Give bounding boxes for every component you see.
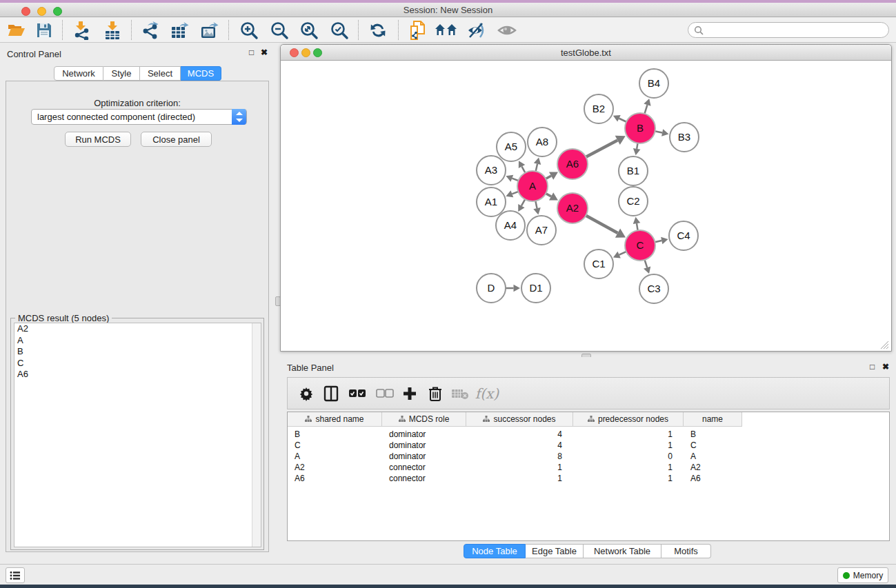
table-cell[interactable]: connector: [389, 473, 466, 484]
show-panels-button[interactable]: [6, 567, 25, 583]
table-cell[interactable]: C: [690, 440, 742, 451]
delete-table-button-disabled: [448, 382, 472, 405]
node-label-A6: A6: [566, 158, 579, 170]
copy-style-button[interactable]: [405, 19, 431, 41]
tab-select[interactable]: Select: [140, 66, 181, 81]
hierarchy-icon: [588, 416, 595, 423]
table-settings-button[interactable]: [295, 382, 318, 405]
first-neighbors-icon: [435, 22, 458, 39]
table-cell[interactable]: 0: [573, 451, 673, 462]
show-columns-button[interactable]: [319, 382, 343, 405]
close-panel-icon[interactable]: ✖: [261, 48, 268, 57]
optimization-criterion-dropdown[interactable]: largest connected component (directed): [31, 109, 247, 125]
mcds-result-groupbox: MCDS result (5 nodes) A2ABCA6: [10, 318, 264, 550]
save-session-button[interactable]: [31, 19, 57, 41]
table-cell[interactable]: 1: [466, 462, 562, 473]
column-header-shared-name[interactable]: shared name: [288, 412, 382, 427]
zoom-fit-button[interactable]: [296, 19, 322, 41]
mcds-tab-content: Optimization criterion: largest connecte…: [6, 81, 269, 552]
columns-icon: [323, 385, 339, 402]
select-all-button[interactable]: [346, 382, 369, 405]
open-file-button[interactable]: [3, 19, 29, 41]
toolbar-separator: [358, 20, 359, 40]
memory-label: Memory: [853, 571, 883, 580]
control-panel: Control Panel □ ✖ NetworkStyleSelectMCDS…: [0, 43, 275, 564]
add-column-button[interactable]: [398, 382, 421, 405]
import-network-button[interactable]: [69, 19, 95, 41]
table-cell[interactable]: 1: [573, 473, 673, 484]
table-cell[interactable]: dominator: [389, 440, 466, 451]
network-canvas[interactable]: AA1A2A3A4A5A6A7A8BB1B2B3B4CC1C2C3C4DD1: [281, 61, 890, 351]
toolbar-separator: [131, 20, 132, 40]
result-item[interactable]: A6: [14, 369, 261, 381]
table-cell[interactable]: 1: [573, 462, 673, 473]
search-input[interactable]: [688, 22, 889, 38]
arrowhead-icon: [661, 129, 668, 136]
table-cell[interactable]: 8: [466, 451, 562, 462]
column-header-predecessor-nodes[interactable]: predecessor nodes: [573, 412, 684, 427]
refresh-button[interactable]: [365, 19, 391, 41]
delete-column-button[interactable]: [424, 382, 447, 405]
tab-node-table[interactable]: Node Table: [464, 544, 526, 558]
table-cell[interactable]: 1: [466, 473, 562, 484]
table-cell[interactable]: dominator: [389, 429, 466, 440]
result-list-scrollbar[interactable]: [252, 323, 261, 547]
table-cell[interactable]: B: [295, 429, 382, 440]
table-cell[interactable]: A2: [690, 462, 742, 473]
network-graph[interactable]: AA1A2A3A4A5A6A7A8BB1B2B3B4CC1C2C3C4DD1: [281, 61, 890, 351]
tab-edge-table[interactable]: Edge Table: [526, 544, 584, 558]
first-neighbors-button[interactable]: [433, 19, 459, 41]
refresh-icon: [368, 21, 388, 40]
column-header-MCDS-role[interactable]: MCDS role: [382, 412, 466, 427]
import-table-button[interactable]: [99, 19, 126, 41]
table-cell[interactable]: A: [295, 451, 382, 462]
table-cell[interactable]: 1: [573, 429, 673, 440]
table-cell[interactable]: 4: [466, 440, 562, 451]
result-item[interactable]: B: [14, 346, 261, 358]
table-cell[interactable]: A2: [295, 462, 382, 473]
table-cell[interactable]: 1: [573, 440, 673, 451]
delete-table-icon: [451, 387, 469, 400]
node-label-C1: C1: [592, 258, 605, 270]
table-cell[interactable]: connector: [389, 462, 466, 473]
export-image-button[interactable]: [197, 19, 223, 41]
close-table-panel-icon[interactable]: ✖: [882, 362, 889, 372]
network-window-titlebar[interactable]: testGlobe.txt: [281, 45, 891, 61]
table-cell[interactable]: A6: [690, 473, 742, 484]
zoom-out-button[interactable]: [266, 19, 292, 41]
table-cell[interactable]: A: [690, 451, 742, 462]
table-cell[interactable]: B: [690, 429, 742, 440]
table-cell[interactable]: dominator: [389, 451, 466, 462]
dropdown-stepper-icon: [232, 109, 246, 125]
tab-style[interactable]: Style: [103, 66, 140, 81]
resize-grip-icon[interactable]: [880, 341, 889, 349]
zoom-in-button[interactable]: [236, 19, 262, 41]
tab-network-table[interactable]: Network Table: [584, 544, 661, 558]
show-panel-button[interactable]: [494, 19, 520, 41]
tab-motifs[interactable]: Motifs: [661, 544, 711, 558]
zoom-selected-button[interactable]: [326, 19, 352, 41]
export-table-button[interactable]: [167, 19, 193, 41]
add-icon: [402, 386, 417, 401]
result-item[interactable]: A: [14, 335, 261, 347]
node-table[interactable]: shared nameMCDS rolesuccessor nodesprede…: [287, 412, 890, 541]
tab-mcds[interactable]: MCDS: [181, 66, 221, 81]
column-header-successor-nodes[interactable]: successor nodes: [466, 412, 573, 427]
run-mcds-button[interactable]: Run MCDS: [65, 132, 131, 147]
memory-button[interactable]: Memory: [837, 567, 888, 583]
float-panel-icon[interactable]: □: [249, 48, 254, 57]
hide-panel-button[interactable]: [464, 19, 490, 41]
result-item[interactable]: A2: [14, 323, 261, 335]
mcds-result-list[interactable]: A2ABCA6: [14, 323, 261, 547]
float-table-panel-icon[interactable]: □: [870, 362, 875, 372]
close-panel-button[interactable]: Close panel: [141, 132, 212, 147]
table-cell[interactable]: 4: [466, 429, 562, 440]
table-cell[interactable]: A6: [295, 473, 382, 484]
deselect-all-button[interactable]: [373, 382, 397, 405]
table-cell[interactable]: C: [295, 440, 382, 451]
tab-network[interactable]: Network: [54, 66, 103, 81]
export-network-button[interactable]: [137, 19, 163, 41]
result-item[interactable]: C: [14, 358, 261, 369]
column-header-name[interactable]: name: [684, 412, 742, 427]
arrowhead-icon: [514, 285, 521, 292]
